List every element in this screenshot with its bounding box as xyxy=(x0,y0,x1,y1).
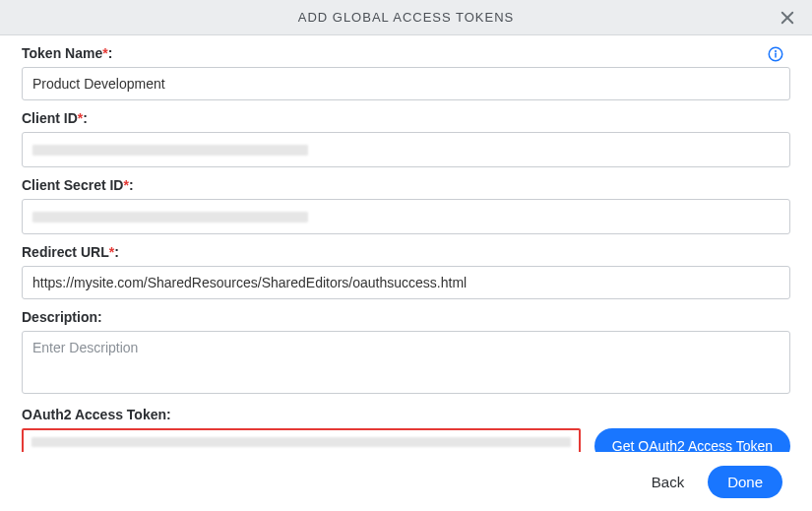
dialog-title: ADD GLOBAL ACCESS TOKENS xyxy=(298,10,515,25)
client-id-input[interactable] xyxy=(22,132,790,167)
dialog-footer: Back Done xyxy=(0,452,812,511)
redacted-value xyxy=(32,212,308,223)
redacted-value xyxy=(32,145,308,156)
label-colon: : xyxy=(108,45,113,61)
svg-point-4 xyxy=(776,51,777,52)
description-input[interactable] xyxy=(22,331,790,394)
client-secret-input[interactable] xyxy=(22,199,790,234)
label-text: Redirect URL xyxy=(22,244,109,260)
client-secret-group: Client Secret ID*: xyxy=(22,177,790,234)
redacted-value xyxy=(31,437,571,447)
label-colon: : xyxy=(129,177,134,193)
client-id-group: Client ID*: xyxy=(22,110,790,167)
label-text: Token Name xyxy=(22,45,102,61)
redirect-url-input[interactable] xyxy=(22,266,790,299)
form-scroll-area[interactable]: Token Name*: Client ID*: Client Secret I… xyxy=(0,35,812,452)
oauth-token-input[interactable] xyxy=(22,428,581,452)
done-button[interactable]: Done xyxy=(708,466,782,498)
close-icon[interactable] xyxy=(779,9,796,27)
description-group: Description: xyxy=(22,309,790,397)
get-oauth-token-button[interactable]: Get OAuth2 Access Token xyxy=(594,428,790,452)
label-colon: : xyxy=(114,244,119,260)
oauth-token-label: OAuth2 Access Token: xyxy=(22,407,790,422)
dialog-header: ADD GLOBAL ACCESS TOKENS xyxy=(0,0,812,35)
token-name-label: Token Name*: xyxy=(22,45,790,61)
token-name-input[interactable] xyxy=(22,67,790,100)
label-text: Client ID xyxy=(22,110,78,126)
redirect-url-group: Redirect URL*: xyxy=(22,244,790,299)
oauth-token-group: OAuth2 Access Token: Get OAuth2 Access T… xyxy=(22,407,790,452)
description-label: Description: xyxy=(22,309,790,325)
client-id-label: Client ID*: xyxy=(22,110,790,126)
token-name-group: Token Name*: xyxy=(22,45,790,100)
info-icon[interactable] xyxy=(767,45,784,63)
label-colon: : xyxy=(83,110,88,126)
redirect-url-label: Redirect URL*: xyxy=(22,244,790,260)
client-secret-label: Client Secret ID*: xyxy=(22,177,790,193)
label-text: Client Secret ID xyxy=(22,177,123,193)
back-button[interactable]: Back xyxy=(646,466,690,498)
